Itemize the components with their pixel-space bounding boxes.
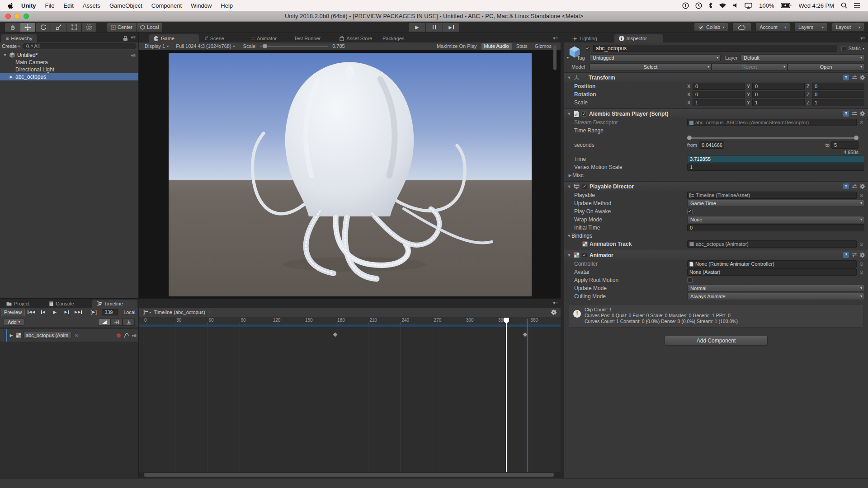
alembic-header[interactable]: ▼ c# ✓ Alembic Stream Player (Script) ? [564, 108, 868, 118]
maximize-on-play-toggle[interactable]: Maximize On Play [434, 43, 480, 50]
bluetooth-icon[interactable] [708, 2, 712, 9]
menu-help[interactable]: Help [216, 2, 237, 9]
menubar-clock[interactable]: Wed 4:26 PM [795, 2, 838, 9]
help-icon[interactable]: ? [843, 183, 849, 189]
foldout-icon[interactable]: ▼ [567, 75, 571, 80]
bindings-foldout[interactable]: ▼ Bindings [564, 232, 868, 240]
model-open-button[interactable]: Open [788, 63, 864, 70]
timeline-ref-mode[interactable]: Local [123, 310, 135, 315]
tab-test-runner[interactable]: Test Runner [289, 34, 325, 42]
curves-icon[interactable] [123, 333, 129, 338]
object-picker-icon[interactable]: ⊙ [859, 261, 864, 267]
aspect-dropdown[interactable]: Full 1024 4:3 (1024x768)▾ [173, 43, 237, 50]
preview-toggle[interactable]: Preview [1, 309, 25, 316]
close-window-button[interactable] [5, 14, 11, 19]
timeline-selector[interactable]: ▾ [143, 310, 151, 314]
animator-header[interactable]: ▼ ✓ Animator ? [564, 250, 868, 260]
foldout-icon[interactable]: ▶ [9, 75, 14, 79]
panel-divider[interactable] [561, 33, 564, 478]
transform-header[interactable]: ▼ Transform ? [564, 72, 868, 82]
tab-hierarchy[interactable]: ≡Hierarchy [1, 34, 37, 42]
position-x-field[interactable]: 0 [693, 83, 745, 90]
play-on-awake-checkbox[interactable]: ✓ [687, 209, 693, 214]
lock-icon[interactable] [123, 36, 127, 41]
presets-icon[interactable] [851, 183, 857, 189]
timeline-breadcrumb[interactable]: Timeline (abc_octopus) [154, 310, 205, 315]
tab-project[interactable]: Project [2, 300, 34, 308]
stream-descriptor-field[interactable]: abc_octopus_ABCDesc (AlembicStreamDescri… [687, 119, 857, 126]
scene-row[interactable]: ▼ Untitled* ▾≡ [0, 52, 138, 59]
add-component-button[interactable]: Add Component [665, 336, 768, 346]
hierarchy-item-main-camera[interactable]: Main Camera [0, 59, 138, 66]
apple-menu-icon[interactable] [8, 2, 14, 9]
presets-icon[interactable] [851, 75, 857, 80]
rotation-z-field[interactable]: 0 [812, 91, 864, 98]
timeline-grid[interactable] [139, 327, 561, 472]
panel-menu-icon[interactable]: ▾≡ [553, 36, 558, 41]
menu-component[interactable]: Component [147, 2, 186, 9]
gear-icon[interactable] [859, 75, 865, 80]
foldout-icon[interactable]: ▼ [567, 184, 571, 189]
hscrollbar-thumb[interactable] [144, 473, 554, 477]
vertex-motion-scale-field[interactable]: 1 [687, 164, 864, 171]
culling-mode-dropdown[interactable]: Always Animate [687, 293, 864, 300]
track-name-field[interactable]: abc_octopus (Anim [24, 332, 71, 339]
object-picker-icon[interactable]: ⊙ [859, 269, 864, 275]
presets-icon[interactable] [851, 111, 857, 117]
tab-scene[interactable]: #Scene [200, 34, 229, 42]
track-menu-icon[interactable]: ▾≡ [132, 333, 137, 338]
time-field[interactable]: 3.712855 [687, 155, 864, 163]
gear-icon[interactable] [859, 252, 865, 258]
menu-window[interactable]: Window [186, 2, 216, 9]
transform-tool-button[interactable] [81, 23, 97, 32]
tab-game[interactable]: Game [149, 34, 199, 42]
menu-file[interactable]: File [41, 2, 59, 9]
presets-icon[interactable] [851, 252, 857, 258]
range-max-handle[interactable] [854, 136, 859, 140]
hand-tool-button[interactable] [5, 23, 20, 32]
wifi-icon[interactable] [719, 3, 726, 9]
gear-icon[interactable] [859, 111, 865, 117]
layer-dropdown[interactable]: Default [741, 54, 864, 61]
foldout-icon[interactable]: ▼ [3, 53, 7, 57]
scale-tool-button[interactable] [51, 23, 66, 32]
time-machine-icon[interactable] [695, 2, 702, 9]
hierarchy-item-directional-light[interactable]: Directional Light [0, 66, 138, 73]
model-select-button[interactable]: Select [590, 63, 712, 70]
gameobject-name-field[interactable]: abc_octopus [593, 45, 837, 52]
playhead-line[interactable] [506, 319, 507, 472]
scene-menu-icon[interactable]: ▾≡ [131, 53, 136, 58]
position-z-field[interactable]: 0 [812, 83, 864, 90]
initial-time-field[interactable]: 0 [687, 224, 864, 231]
menu-unity[interactable]: Unity [17, 2, 41, 9]
create-menu-button[interactable]: Create▾ [2, 43, 20, 49]
range-min-handle[interactable] [687, 136, 692, 140]
foldout-icon[interactable]: ▼ [567, 234, 571, 238]
rotation-y-field[interactable]: 0 [752, 91, 805, 98]
director-header[interactable]: ▼ ✓ Playable Director ? [564, 181, 868, 191]
menu-edit[interactable]: Edit [59, 2, 78, 9]
move-tool-button[interactable] [20, 23, 35, 32]
layers-dropdown[interactable]: Layers▾ [794, 23, 828, 32]
animation-track-binding-field[interactable]: abc_octopus (Animator) [687, 240, 857, 248]
scale-y-field[interactable]: 1 [752, 99, 805, 106]
misc-foldout[interactable]: ▶ Misc [564, 171, 868, 179]
pause-button[interactable] [425, 23, 443, 32]
notification-center-icon[interactable] [854, 3, 860, 8]
pivot-toggle-button[interactable]: Center [107, 23, 137, 32]
play-timeline-button[interactable]: ▶ [49, 309, 60, 316]
track-foldout-icon[interactable]: ▶ [9, 333, 14, 338]
timeline-settings-gear-icon[interactable] [551, 309, 557, 315]
active-checkbox[interactable]: ✓ [585, 46, 590, 51]
display-dropdown[interactable]: Display 1▾ [142, 43, 171, 50]
timeline-hscrollbar[interactable] [139, 472, 561, 478]
foldout-icon[interactable]: ▼ [567, 112, 571, 116]
mix-mode-button[interactable] [98, 319, 110, 326]
spotlight-icon[interactable] [841, 2, 847, 9]
from-field[interactable]: 0.041666 [699, 141, 724, 149]
scale-slider-thumb[interactable] [263, 44, 267, 48]
panel-menu-icon[interactable]: ▾≡ [553, 300, 558, 305]
controller-field[interactable]: None (Runtime Animator Controller) [687, 260, 857, 267]
step-button[interactable]: ▶ [443, 23, 460, 32]
component-enabled-checkbox[interactable]: ✓ [582, 253, 587, 258]
